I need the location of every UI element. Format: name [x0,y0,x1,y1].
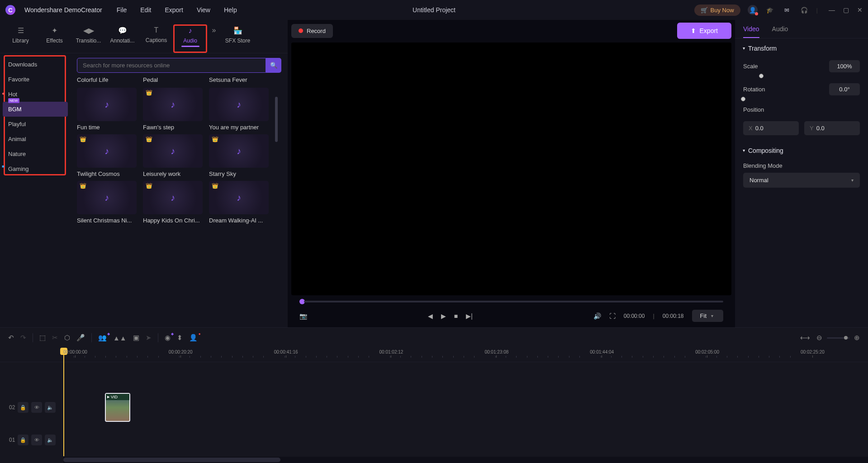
zoom-slider[interactable] [827,337,849,339]
cat-nature[interactable]: Nature [0,146,71,161]
timeline-ruler[interactable]: 00:00:00:0000:00:20:2000:00:41:1600:01:0… [0,348,868,362]
lock-icon[interactable]: 🔒 [18,402,28,413]
titlebar: Wondershare DemoCreator File Edit Export… [0,0,868,20]
cat-animal[interactable]: Animal [0,132,71,146]
scrollbar[interactable] [275,88,279,224]
chevron-down-icon: ▾ [711,313,713,318]
audio-thumb[interactable] [143,134,203,168]
audio-thumb[interactable] [209,181,269,214]
tab-audio[interactable]: ♪Audio [173,24,207,53]
fit-select[interactable]: Fit ▾ [692,310,723,322]
tab-more[interactable]: » [207,24,221,53]
audio-thumb[interactable] [209,134,269,168]
lock-icon[interactable]: 🔒 [18,435,28,445]
tab-captions[interactable]: TCaptions [139,24,173,53]
close-icon[interactable]: ✕ [857,6,863,14]
tab-annotations[interactable]: 💬Annotati... [105,24,139,53]
rotation-value[interactable]: 0.0° [829,83,860,95]
mail-icon[interactable]: ✉ [782,5,792,15]
snapshot-icon[interactable]: 📷 [299,312,307,320]
audio-thumb[interactable] [143,88,203,121]
scale-value[interactable]: 100% [829,60,860,72]
mute-icon[interactable]: 🔈 [45,435,56,445]
undo-icon[interactable]: ↶ [8,334,14,342]
audio-thumb[interactable] [77,88,137,121]
headset-icon[interactable]: 🎧 [799,5,809,15]
tab-sfx-store[interactable]: 🏪SFX Store [221,24,255,53]
record-dot-icon [299,28,303,33]
person-icon[interactable]: 👤 [189,334,198,342]
cat-playful[interactable]: Playful [0,117,71,132]
position-y[interactable]: Y0.0 [804,121,860,135]
minimize-icon[interactable]: — [829,6,835,14]
maximize-icon[interactable]: ▢ [843,6,849,14]
adjust-icon[interactable]: ⬍ [177,334,183,342]
title-setsuna: Setsuna Fever [209,76,269,83]
color-icon[interactable]: ◉ [165,334,171,342]
pip-icon[interactable]: ▣ [133,334,139,342]
audio-thumb[interactable] [77,134,137,168]
menu-help[interactable]: Help [224,6,237,14]
cat-favorite[interactable]: Favorite [0,72,71,87]
scale-label: Scale [743,63,775,70]
redo-icon[interactable]: ↷ [20,334,26,342]
eye-icon[interactable]: 👁 [31,435,42,445]
menu-file[interactable]: File [117,6,127,14]
menu-edit[interactable]: Edit [140,6,151,14]
seek-bar[interactable] [304,301,723,302]
blend-select[interactable]: Normal ▾ [743,173,860,188]
menu-view[interactable]: View [197,6,210,14]
marker-icon[interactable]: ⬡ [64,334,70,342]
fullscreen-icon[interactable]: ⛶ [609,312,616,320]
audio-thumb[interactable] [143,181,203,214]
sparkle-icon: ✦ [38,26,71,35]
props-tab-audio[interactable]: Audio [772,25,788,38]
position-label: Position [743,106,775,113]
section-compositing[interactable]: Compositing [743,147,860,154]
zoom-in-icon[interactable]: ⊕ [854,334,860,342]
ruler-tick: 00:01:23:08 [484,350,508,358]
export-button[interactable]: ⬆ Export [677,23,731,39]
eye-icon[interactable]: 👁 [31,402,42,413]
search-input[interactable] [77,58,266,73]
title-pedal: Pedal [143,76,203,83]
cat-gaming[interactable]: Gaming [0,161,71,176]
mirror-icon[interactable]: ▲▲ [113,334,127,342]
track-01: 01 🔒 👁 🔈 [0,425,868,454]
store-icon: 🏪 [221,26,255,35]
stop-icon[interactable]: ■ [454,312,458,320]
volume-icon[interactable]: 🔊 [593,312,601,320]
tab-library[interactable]: ☰Library [4,24,38,53]
fit-timeline-icon[interactable]: ⟷ [800,334,810,342]
buy-now-button[interactable]: 🛒 Buy Now [694,5,740,16]
tab-effects[interactable]: ✦Effects [38,24,71,53]
academy-icon[interactable]: 🎓 [765,5,775,15]
next-frame-icon[interactable]: ▶| [466,312,473,320]
mute-icon[interactable]: 🔈 [45,402,56,413]
props-tab-video[interactable]: Video [743,25,759,38]
search-button[interactable]: 🔍 [266,58,281,73]
voiceover-icon[interactable]: 🎤 [76,334,85,342]
cursor-icon[interactable]: ➤ [146,334,152,342]
section-transform[interactable]: Transform [743,45,860,52]
video-clip[interactable]: VID [105,393,130,422]
video-preview[interactable] [291,43,731,295]
cat-downloads[interactable]: Downloads [0,57,71,72]
prev-frame-icon[interactable]: ◀ [428,312,433,320]
split-icon[interactable]: ✂ [52,334,58,342]
cat-bgm[interactable]: BGM [3,102,68,117]
audio-label: Happy Kids On Chri... [143,217,203,224]
audio-thumb[interactable] [77,181,137,214]
menu-export[interactable]: Export [165,6,183,14]
audio-thumb[interactable] [209,88,269,121]
zoom-out-icon[interactable]: ⊖ [816,334,822,342]
tab-transitions[interactable]: ◀▶Transitio... [71,24,105,53]
position-x[interactable]: X0.0 [743,121,799,135]
group-icon[interactable]: 👥 [98,334,107,342]
upload-icon: ⬆ [691,27,696,34]
account-icon[interactable]: 👤 [748,5,758,15]
crop-icon[interactable]: ⬚ [39,334,46,342]
record-button[interactable]: Record [291,24,333,38]
play-icon[interactable]: ▶ [441,312,446,320]
timeline-hscroll[interactable] [63,457,868,463]
